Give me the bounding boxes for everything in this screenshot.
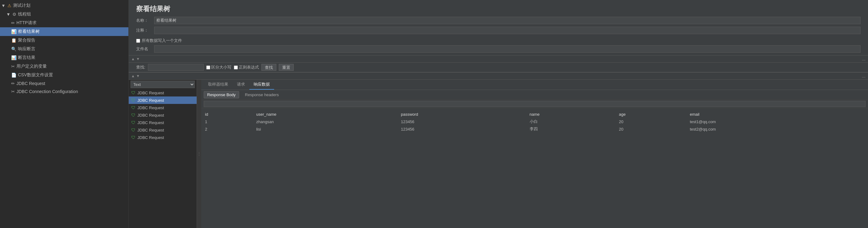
gear-icon: ⚙ bbox=[12, 12, 17, 17]
tree-item-label: JDBC Request bbox=[137, 91, 164, 95]
table-row: 2 lisi 123456 李四 20 test2@qq.com bbox=[204, 125, 866, 133]
search-label: 查找: bbox=[136, 64, 146, 70]
sidebar-item-user-variables[interactable]: ✂ 用户定义的变量 bbox=[0, 62, 128, 71]
up-arrow-1[interactable]: ▲ bbox=[131, 57, 135, 61]
sidebar-item-label: JDBC Request bbox=[17, 81, 45, 86]
toolbar-strip-1: ▲ ▼ ... bbox=[129, 55, 868, 63]
cell-id: 2 bbox=[204, 125, 255, 133]
name-row: 名称： bbox=[136, 17, 861, 24]
sidebar-item-response-assertion[interactable]: 🔍 响应断言 bbox=[0, 45, 128, 53]
sidebar-item-label: 线程组 bbox=[18, 11, 31, 17]
sidebar-item-jdbc-connection[interactable]: ✂ JDBC Connection Configuration bbox=[0, 87, 128, 95]
write-all-checkbox[interactable] bbox=[136, 39, 140, 43]
response-tab-headers[interactable]: Response headers bbox=[242, 91, 282, 98]
report-icon: 📋 bbox=[11, 38, 17, 43]
tabs-row: 取样器结果 请求 响应数据 bbox=[201, 80, 868, 90]
sidebar-item-test-plan[interactable]: ▼ ⚠ 测试计划 bbox=[0, 1, 128, 10]
name-input[interactable] bbox=[154, 17, 861, 24]
response-tabs-row: Response Body Response headers bbox=[201, 90, 868, 100]
result-table: id user_name password name age email 1 z… bbox=[204, 111, 866, 133]
tree-item[interactable]: 🛡 JDBC Request bbox=[129, 104, 196, 111]
search-input[interactable] bbox=[148, 64, 204, 71]
tree-item[interactable]: 🛡 JDBC Request bbox=[129, 111, 196, 119]
main-panel: 察看结果树 名称： 注释： 所有数据写入一个文件 文件名 ▲ ▼ ... 查找:… bbox=[129, 0, 868, 228]
search-bar: 查找: 区分大小写 正则表达式 查找 重置 bbox=[129, 63, 868, 72]
chevron-down-icon: ▼ bbox=[6, 12, 10, 17]
tab-sampler-result[interactable]: 取样器结果 bbox=[204, 80, 232, 90]
sidebar-item-http-request[interactable]: ✏ HTTP请求 bbox=[0, 19, 128, 27]
tree-item-selected[interactable]: 🛡 JDBC Request bbox=[129, 96, 196, 104]
tree-item[interactable]: 🛡 JDBC Request bbox=[129, 89, 196, 96]
sidebar-item-thread-group[interactable]: ▼ ⚙ 线程组 bbox=[0, 10, 128, 19]
reset-button[interactable]: 重置 bbox=[279, 64, 294, 71]
response-search-bar bbox=[201, 100, 868, 108]
table-header-password: password bbox=[400, 111, 528, 118]
tab-response-data[interactable]: 响应数据 bbox=[249, 80, 274, 90]
chevron-down-icon: ▼ bbox=[1, 3, 6, 8]
cell-email: test2@qq.com bbox=[688, 125, 866, 133]
filename-input[interactable] bbox=[154, 45, 861, 53]
sidebar: ▼ ⚠ 测试计划 ▼ ⚙ 线程组 ✏ HTTP请求 📊 察看结果树 📋 聚合报告… bbox=[0, 0, 129, 228]
tree-item[interactable]: 🛡 JDBC Request bbox=[129, 126, 196, 134]
cell-name: 李四 bbox=[528, 125, 618, 133]
cell-user-name: zhangsan bbox=[255, 118, 399, 125]
cell-age: 20 bbox=[618, 118, 689, 125]
sidebar-item-label: 用户定义的变量 bbox=[17, 64, 47, 69]
case-sensitive-checkbox[interactable] bbox=[206, 65, 210, 69]
up-arrow-2[interactable]: ▲ bbox=[131, 74, 135, 78]
sidebar-item-assertion-result[interactable]: 📊 断言结果 bbox=[0, 53, 128, 62]
sidebar-item-jdbc-request[interactable]: ✏ JDBC Request bbox=[0, 79, 128, 87]
cell-password: 123456 bbox=[400, 118, 528, 125]
down-arrow-2[interactable]: ▼ bbox=[136, 74, 140, 78]
chart-icon2: 📊 bbox=[11, 55, 17, 60]
tree-items: 🛡 JDBC Request 🛡 JDBC Request 🛡 JDBC Req… bbox=[129, 89, 196, 228]
table-header-email: email bbox=[688, 111, 866, 118]
tab-request[interactable]: 请求 bbox=[232, 80, 249, 90]
shield-icon-3: 🛡 bbox=[131, 105, 135, 110]
data-table: id user_name password name age email 1 z… bbox=[201, 108, 868, 228]
write-all-label: 所有数据写入一个文件 bbox=[142, 38, 182, 44]
response-tab-body[interactable]: Response Body bbox=[204, 91, 239, 98]
table-header-row: id user_name password name age email bbox=[204, 111, 866, 118]
sidebar-item-aggregate-report[interactable]: 📋 聚合报告 bbox=[0, 36, 128, 45]
tree-item-label: JDBC Request bbox=[137, 135, 164, 140]
scissors-icon2: ✂ bbox=[11, 89, 15, 94]
sidebar-item-label: CSV数据文件设置 bbox=[18, 72, 53, 78]
view-dropdown[interactable]: Text RegExp Tester CSS/JQuery Tester XPa… bbox=[130, 81, 195, 88]
tree-item[interactable]: 🛡 JDBC Request bbox=[129, 119, 196, 126]
cell-user-name: lisi bbox=[255, 125, 399, 133]
pencil-icon2: ✏ bbox=[11, 81, 15, 86]
sidebar-item-label: HTTP请求 bbox=[17, 20, 37, 26]
toolbar-dots-2[interactable]: ... bbox=[862, 74, 866, 79]
sidebar-item-csv-data[interactable]: 📄 CSV数据文件设置 bbox=[0, 71, 128, 79]
find-button[interactable]: 查找 bbox=[261, 64, 276, 71]
comment-input[interactable] bbox=[154, 27, 861, 34]
shield-icon-6: 🛡 bbox=[131, 127, 135, 133]
write-all-row: 所有数据写入一个文件 bbox=[129, 37, 868, 45]
sidebar-item-label: 聚合报告 bbox=[18, 37, 35, 43]
shield-icon-1: 🛡 bbox=[131, 90, 135, 95]
filename-label: 文件名 bbox=[136, 46, 152, 52]
tree-header: Text RegExp Tester CSS/JQuery Tester XPa… bbox=[129, 80, 196, 89]
sidebar-item-label: 响应断言 bbox=[18, 46, 35, 52]
shield-icon-5: 🛡 bbox=[131, 120, 135, 125]
sidebar-item-label: JDBC Connection Configuration bbox=[17, 89, 78, 94]
toolbar-dots-1[interactable]: ... bbox=[862, 56, 866, 61]
result-panel: 取样器结果 请求 响应数据 Response Body Response hea… bbox=[201, 80, 868, 228]
regex-checkbox[interactable] bbox=[234, 65, 238, 69]
tree-item[interactable]: 🛡 JDBC Request bbox=[129, 134, 196, 141]
response-search-input[interactable] bbox=[204, 101, 866, 107]
case-sensitive-label: 区分大小写 bbox=[206, 64, 231, 70]
tree-item-label: JDBC Request bbox=[137, 128, 164, 133]
cell-password: 123456 bbox=[400, 125, 528, 133]
form-section: 名称： 注释： bbox=[129, 17, 868, 37]
sidebar-item-view-results-tree[interactable]: 📊 察看结果树 bbox=[0, 27, 128, 36]
shield-icon-4: 🛡 bbox=[131, 113, 135, 118]
page-title: 察看结果树 bbox=[129, 0, 868, 17]
drag-handle[interactable]: ⋮ bbox=[197, 80, 201, 228]
scissors-icon: ✂ bbox=[11, 64, 15, 69]
cell-age: 20 bbox=[618, 125, 689, 133]
down-arrow-1[interactable]: ▼ bbox=[136, 57, 140, 61]
table-header-user-name: user_name bbox=[255, 111, 399, 118]
table-header-name: name bbox=[528, 111, 618, 118]
